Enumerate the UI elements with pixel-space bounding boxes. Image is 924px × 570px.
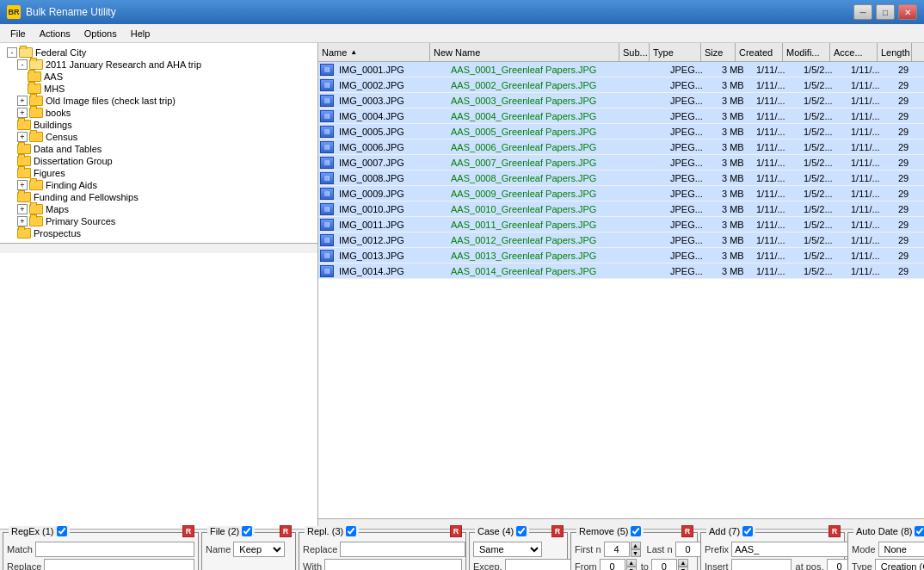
regex-r-button[interactable]: R [182,525,194,537]
remove-firstn-input[interactable] [604,542,630,557]
tree-toggle[interactable]: - [7,47,17,58]
header-acce[interactable]: Acce... [830,43,878,61]
table-row[interactable]: ▤IMG_0012.JPGAAS_0012_Greenleaf Papers.J… [318,232,924,248]
repl-enable-checkbox[interactable] [346,526,356,536]
file-enable-checkbox[interactable] [242,526,252,536]
folder-tree[interactable]: - Federal City - 2011 January Research a… [0,43,318,529]
remove-from-input[interactable] [600,559,625,570]
remove-lastn-input[interactable] [675,542,701,557]
tree-item-data[interactable]: Data and Tables [3,143,314,155]
repl-with-input[interactable] [324,559,462,570]
tree-item-federal-city[interactable]: - Federal City [3,46,314,59]
autodate-mode-select[interactable]: None [878,542,924,557]
add-prefix-input[interactable] [731,542,857,557]
tree-item-funding[interactable]: Funding and Fellowships [3,191,314,203]
remove-firstn-up[interactable]: ▲ [631,542,641,549]
remove-to-input[interactable] [651,559,677,570]
tree-item-books[interactable]: + books [3,107,314,119]
tree-toggle[interactable]: + [17,216,28,226]
remove-to-down[interactable]: ▼ [678,567,688,570]
add-insert-label: Insert [705,561,729,570]
autodate-type-select[interactable]: Creation (Cur Modified [875,559,924,570]
tree-item-figures[interactable]: Figures [3,167,314,179]
remove-enable-checkbox[interactable] [631,526,641,536]
add-enable-checkbox[interactable] [742,526,753,536]
tree-item-prospectus[interactable]: Prospectus [3,227,314,239]
tree-toggle[interactable]: + [17,108,28,118]
case-same-select[interactable]: Same Upper Lower [473,542,542,557]
remove-from-down[interactable]: ▼ [626,567,637,570]
header-modif[interactable]: Modifi... [783,43,830,61]
remove-firstn-down[interactable]: ▼ [631,549,641,557]
close-button[interactable]: ✕ [898,4,917,20]
tree-item-dissertation[interactable]: Dissertation Group [3,155,314,167]
table-row[interactable]: ▤IMG_0008.JPGAAS_0008_Greenleaf Papers.J… [318,170,924,186]
header-created[interactable]: Created [736,43,783,61]
minimize-button[interactable]: ─ [853,4,872,20]
header-newname[interactable]: New Name [430,43,619,61]
cell-name: IMG_0002.JPG [336,79,447,91]
file-r-button[interactable]: R [280,525,292,537]
file-list[interactable]: ▤IMG_0001.JPGAAS_0001_Greenleaf Papers.J… [318,62,924,518]
table-row[interactable]: ▤IMG_0003.JPGAAS_0003_Greenleaf Papers.J… [318,93,924,108]
header-sub[interactable]: Sub... [619,43,650,61]
remove-r-button[interactable]: R [681,525,693,537]
tree-toggle[interactable]: + [17,180,28,190]
autodate-enable-checkbox[interactable] [915,526,924,536]
tree-toggle[interactable]: + [17,204,28,214]
table-row[interactable]: ▤IMG_0006.JPGAAS_0006_Greenleaf Papers.J… [318,139,924,155]
remove-from-up[interactable]: ▲ [626,559,637,567]
table-row[interactable]: ▤IMG_0014.JPGAAS_0014_Greenleaf Papers.J… [318,263,924,279]
case-header-right: R [551,525,564,537]
table-row[interactable]: ▤IMG_0001.JPGAAS_0001_Greenleaf Papers.J… [318,62,924,77]
menu-actions[interactable]: Actions [33,24,77,42]
regex-enable-checkbox[interactable] [57,526,67,536]
tree-toggle[interactable]: + [17,132,28,142]
table-row[interactable]: ▤IMG_0002.JPGAAS_0002_Greenleaf Papers.J… [318,77,924,93]
cell-name: IMG_0006.JPG [336,141,447,153]
case-r-button[interactable]: R [551,525,564,537]
tree-item-aas[interactable]: AAS [3,71,314,83]
table-row[interactable]: ▤IMG_0013.JPGAAS_0013_Greenleaf Papers.J… [318,248,924,263]
menu-help[interactable]: Help [124,24,157,42]
add-r-button[interactable]: R [829,525,841,537]
tree-item-old-images[interactable]: + Old Image files (check last trip) [3,95,314,107]
repl-r-button[interactable]: R [450,525,462,537]
tree-item-2011[interactable]: - 2011 January Research and AHA trip [3,59,314,71]
add-insert-input[interactable] [731,559,792,570]
cell-size: 3 MB [718,219,753,231]
table-row[interactable]: ▤IMG_0007.JPGAAS_0007_Greenleaf Papers.J… [318,155,924,170]
tree-item-mhs[interactable]: MHS [3,83,314,95]
file-name-select[interactable]: Keep Remove [233,542,285,557]
menu-options[interactable]: Options [77,24,124,42]
tree-toggle[interactable]: - [17,59,28,70]
tree-item-finding-aids[interactable]: + Finding Aids [3,179,314,191]
header-type[interactable]: Type [650,43,701,61]
tree-toggle[interactable]: + [17,96,28,106]
header-name[interactable]: Name ▲ [318,43,430,61]
header-size[interactable]: Size [701,43,736,61]
table-row[interactable]: ▤IMG_0005.JPGAAS_0005_Greenleaf Papers.J… [318,124,924,139]
menu-file[interactable]: File [3,24,33,42]
tree-label: Data and Tables [34,144,102,154]
tree-item-census[interactable]: + Census [3,131,314,143]
table-row[interactable]: ▤IMG_0009.JPGAAS_0009_Greenleaf Papers.J… [318,186,924,201]
regex-match-input[interactable] [35,542,194,557]
table-row[interactable]: ▤IMG_0004.JPGAAS_0004_Greenleaf Papers.J… [318,108,924,124]
tree-item-maps[interactable]: + Maps [3,203,314,215]
tree-label: Dissertation Group [34,156,113,166]
tree-item-buildings[interactable]: Buildings [3,119,314,131]
remove-to-up[interactable]: ▲ [678,559,688,567]
cell-acce: 1/11/... [847,250,895,262]
cell-size: 3 MB [718,203,753,215]
table-row[interactable]: ▤IMG_0010.JPGAAS_0010_Greenleaf Papers.J… [318,201,924,217]
table-row[interactable]: ▤IMG_0011.JPGAAS_0011_Greenleaf Papers.J… [318,217,924,232]
regex-replace-input[interactable] [44,559,194,570]
case-enable-checkbox[interactable] [516,526,527,536]
cell-size: 3 MB [718,172,753,184]
maximize-button[interactable]: □ [876,4,895,20]
tree-h-scrollbar[interactable] [0,243,317,253]
repl-replace-input[interactable] [340,542,465,557]
header-length[interactable]: Length [878,43,912,61]
tree-item-primary-sources[interactable]: + Primary Sources [3,215,314,227]
